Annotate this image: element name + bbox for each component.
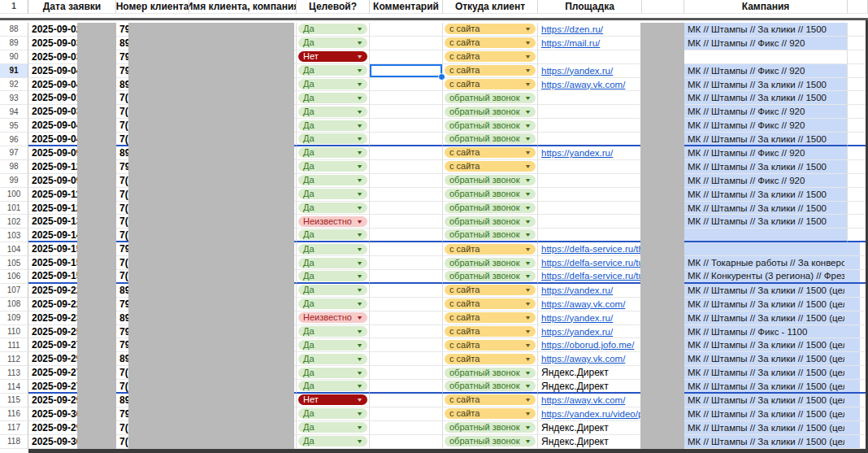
platform-cell[interactable]: Яндекс.Директ: [538, 366, 642, 380]
comment-cell[interactable]: [370, 242, 443, 256]
row-number-cell[interactable]: 107: [0, 284, 28, 298]
platform-cell[interactable]: https://mail.ru/: [538, 37, 642, 50]
platform-link[interactable]: https://yandex.ru/: [541, 66, 613, 76]
campaign-cell[interactable]: МК // Штампы // За клики // 1500: [684, 188, 848, 202]
dropdown-chip[interactable]: Да▼: [298, 24, 367, 34]
platform-cell[interactable]: [538, 215, 642, 229]
platform-cell[interactable]: https://away.vk.com/: [538, 78, 642, 92]
source-dropdown-cell[interactable]: обратный звонок▼: [443, 91, 538, 105]
platform-cell[interactable]: https://delfa-service.ru/tur: [538, 256, 642, 270]
comment-cell[interactable]: [370, 78, 443, 92]
fill-handle[interactable]: [438, 73, 445, 81]
row-number-cell[interactable]: 115: [0, 394, 28, 407]
target-dropdown-cell[interactable]: Да▼: [297, 160, 370, 174]
campaign-cell[interactable]: МК // Штампы // За клики // 1500: [684, 202, 848, 216]
dropdown-chip[interactable]: с сайта▼: [445, 244, 536, 255]
comment-cell[interactable]: [370, 91, 443, 105]
campaign-cell[interactable]: МК // Штампы // Фикс // 920: [684, 146, 848, 160]
row-number-cell[interactable]: 104: [0, 242, 28, 256]
source-dropdown-cell[interactable]: с сайта▼: [443, 50, 538, 64]
target-dropdown-cell[interactable]: Да▼: [297, 91, 370, 105]
dropdown-chip[interactable]: Да▼: [298, 189, 367, 199]
target-dropdown-cell[interactable]: Да▼: [297, 256, 370, 270]
comment-cell[interactable]: [370, 37, 443, 50]
dropdown-chip[interactable]: Да▼: [298, 436, 367, 446]
row-number-cell[interactable]: 118: [0, 435, 28, 449]
platform-cell[interactable]: https://oborud.jofo.me/: [538, 338, 642, 352]
comment-cell[interactable]: [370, 64, 443, 78]
comment-cell[interactable]: [370, 50, 443, 64]
dropdown-chip[interactable]: Да▼: [298, 271, 367, 281]
dropdown-chip[interactable]: с сайта▼: [445, 161, 536, 172]
campaign-cell[interactable]: МК // Штампы // За клики // 1500: [684, 215, 848, 229]
platform-link[interactable]: https://dzen.ru/: [541, 24, 603, 34]
dropdown-chip[interactable]: Да▼: [298, 65, 367, 76]
dropdown-chip[interactable]: Да▼: [298, 175, 367, 185]
header-date[interactable]: Дата заявки: [28, 0, 116, 14]
dropdown-chip[interactable]: обратный звонок▼: [445, 422, 536, 433]
comment-cell[interactable]: [370, 229, 443, 242]
target-dropdown-cell[interactable]: Неизвестно▼: [297, 311, 370, 325]
platform-cell[interactable]: [538, 133, 642, 146]
source-dropdown-cell[interactable]: с сайта▼: [443, 146, 538, 160]
campaign-cell[interactable]: [684, 50, 848, 64]
source-dropdown-cell[interactable]: с сайта▼: [443, 338, 538, 352]
dropdown-chip[interactable]: Да▼: [298, 285, 367, 295]
row-number-cell[interactable]: 93: [0, 91, 28, 105]
source-dropdown-cell[interactable]: обратный звонок▼: [443, 366, 538, 380]
row-number-cell[interactable]: 90: [0, 50, 28, 64]
platform-cell[interactable]: https://away.vk.com/: [538, 298, 642, 311]
target-dropdown-cell[interactable]: Неизвестно▼: [297, 215, 370, 229]
target-dropdown-cell[interactable]: Да▼: [297, 188, 370, 202]
source-dropdown-cell[interactable]: с сайта▼: [443, 394, 538, 407]
comment-cell[interactable]: [370, 338, 443, 352]
campaign-cell[interactable]: МК // Штампы // За клики // 1500 (целевы…: [684, 407, 848, 421]
target-dropdown-cell[interactable]: Да▼: [297, 242, 370, 256]
comment-cell[interactable]: [370, 380, 443, 394]
campaign-cell[interactable]: МК // Штампы // Фикс - 1100: [684, 325, 848, 339]
header-comment[interactable]: Комментарий: [370, 0, 443, 14]
source-dropdown-cell[interactable]: обратный звонок▼: [443, 380, 538, 394]
comment-cell[interactable]: [370, 215, 443, 229]
platform-link[interactable]: https://yandex.ru/: [541, 313, 613, 323]
target-dropdown-cell[interactable]: Да▼: [297, 352, 370, 366]
target-dropdown-cell[interactable]: Да▼: [297, 64, 370, 78]
platform-link[interactable]: https://delfa-service.ru/tur: [541, 271, 642, 281]
campaign-cell[interactable]: МК // Штампы // За клики // 1500: [684, 133, 848, 146]
target-dropdown-cell[interactable]: Да▼: [297, 380, 370, 394]
campaign-cell[interactable]: МК // Штампы // За клики // 1500 (целевы…: [684, 284, 848, 298]
source-dropdown-cell[interactable]: обратный звонок▼: [443, 119, 538, 133]
source-dropdown-cell[interactable]: обратный звонок▼: [443, 202, 538, 216]
source-dropdown-cell[interactable]: с сайта▼: [443, 78, 538, 92]
platform-cell[interactable]: https://yandex.ru/: [538, 146, 642, 160]
target-dropdown-cell[interactable]: Да▼: [297, 174, 370, 188]
dropdown-chip[interactable]: Нет▼: [298, 394, 367, 405]
comment-cell[interactable]: [370, 394, 443, 407]
comment-cell[interactable]: [370, 23, 443, 37]
row-number-cell[interactable]: 117: [0, 421, 28, 435]
source-dropdown-cell[interactable]: обратный звонок▼: [443, 105, 538, 119]
target-dropdown-cell[interactable]: Да▼: [297, 23, 370, 37]
target-dropdown-cell[interactable]: Да▼: [297, 105, 370, 119]
comment-cell[interactable]: [370, 311, 443, 325]
dropdown-chip[interactable]: Неизвестно▼: [298, 312, 367, 323]
comment-cell[interactable]: [370, 298, 443, 311]
platform-link[interactable]: https://mail.ru/: [541, 38, 600, 48]
row-number-cell[interactable]: 95: [0, 119, 28, 133]
row-number-cell[interactable]: 109: [0, 311, 28, 325]
campaign-cell[interactable]: МК // Штампы // За клики // 1500 (целевы…: [684, 311, 848, 325]
comment-cell[interactable]: [370, 270, 443, 284]
row-number-cell[interactable]: 111: [0, 338, 28, 352]
header-extra-column[interactable]: [848, 0, 868, 14]
platform-link[interactable]: https://away.vk.com/: [541, 354, 625, 364]
source-dropdown-cell[interactable]: с сайта▼: [443, 64, 538, 78]
row-number-cell[interactable]: 94: [0, 105, 28, 119]
source-dropdown-cell[interactable]: с сайта▼: [443, 242, 538, 256]
dropdown-chip[interactable]: обратный звонок▼: [445, 229, 536, 240]
dropdown-chip[interactable]: с сайта▼: [445, 298, 536, 309]
dropdown-chip[interactable]: Да▼: [298, 244, 367, 255]
source-dropdown-cell[interactable]: с сайта▼: [443, 311, 538, 325]
dropdown-chip[interactable]: Да▼: [298, 340, 367, 351]
dropdown-chip[interactable]: Да▼: [298, 229, 367, 240]
dropdown-chip[interactable]: Да▼: [298, 133, 367, 144]
